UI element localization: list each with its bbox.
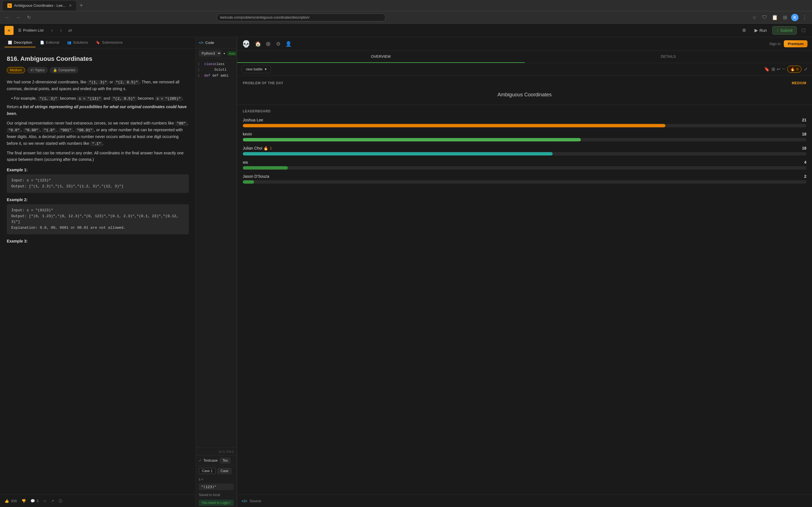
difficulty-badge[interactable]: Medium [7, 67, 25, 73]
app-header: ≈ ☰ Problem List ‹ › ⇄ ⚙ ▶ Run ↑ Submit … [0, 24, 812, 37]
tab-solutions[interactable]: 👥 Solutions [64, 38, 91, 47]
browser-tab[interactable]: ≈ Ambiguous Coordinates - Lee... × [3, 1, 76, 10]
run-button[interactable]: ▶ Run [752, 26, 770, 35]
info-icon: ⓘ [59, 499, 62, 504]
collapse-icon[interactable]: − [782, 66, 784, 72]
case-2-button[interactable]: Case [217, 468, 232, 474]
topics-badge[interactable]: 🏷 Topics [28, 67, 48, 73]
fullscreen-button[interactable]: ⤢ [804, 66, 808, 72]
right-panel-logo: 💀 [242, 40, 251, 48]
like-button[interactable]: 👍 308 [4, 499, 17, 503]
editor-status-bar: Ln 1, Col 1 [196, 447, 237, 455]
debug-button[interactable]: ⚙ [739, 26, 749, 35]
tab-favicon: ≈ [7, 3, 12, 8]
refresh-button[interactable]: ↻ [25, 13, 33, 21]
overview-tab[interactable]: OVERVIEW [237, 51, 525, 63]
leaderboard-entry-4: wa 4 [243, 160, 806, 170]
undo-panel-icon[interactable]: ↩ [777, 66, 780, 72]
new-battle-button[interactable]: new battle ▾ [242, 65, 271, 73]
fire-icon: 🔥 [790, 67, 795, 71]
login-prompt[interactable]: You need to Login / [199, 500, 234, 506]
tab-editorial-label: Editorial [46, 40, 59, 45]
code-tab-bar: </> Code [196, 37, 237, 48]
testcase-label: Testcase [203, 458, 218, 462]
details-tab[interactable]: DETAILS [525, 51, 812, 63]
new-tab-button[interactable]: + [80, 2, 83, 9]
split-panel-icon[interactable]: ⊞ [771, 66, 775, 72]
final-paragraph: The final answer list can be returned in… [7, 150, 189, 163]
language-selector[interactable]: Python3 [199, 50, 221, 57]
skull-icon: 💀 [242, 40, 250, 48]
ex2-input: Input: s = "(0123)" [11, 208, 185, 214]
profile-button[interactable]: 👤 [285, 40, 292, 48]
home-button[interactable]: 🏠 [254, 40, 262, 48]
example-2-title: Example 2: [7, 198, 189, 202]
prev-problem-button[interactable]: ‹ [48, 26, 56, 34]
extension-icon-1[interactable]: 🛡 [761, 13, 769, 21]
testcase-run-button[interactable]: Tes [220, 458, 231, 463]
shuffle-button[interactable]: ⇄ [66, 26, 74, 34]
testcase-panel: ✓ Testcase Tes Case 1 Case s = "(123)" S… [196, 455, 237, 507]
code-tab[interactable]: </> Code [199, 41, 214, 45]
settings-button[interactable]: ⚙ [274, 40, 282, 48]
bookmark-bottom-button[interactable]: ☆ [43, 499, 47, 503]
potd-problem-name[interactable]: Ambiguous Coordinates [243, 90, 806, 100]
case-1-button[interactable]: Case 1 [199, 468, 216, 474]
comments-button[interactable]: 💬 3 [31, 499, 39, 503]
companies-badge[interactable]: 🔒 Companies [50, 67, 79, 73]
login-prompt-text: You need to Login / [202, 501, 231, 505]
lb-bar-4 [243, 166, 288, 170]
browser-user-avatar[interactable]: K [791, 14, 799, 21]
panel-action-row: new battle ▾ 🔖 ⊞ ↩ − 🔥 0 ⤢ [237, 63, 812, 75]
code-tab-label: Code [205, 41, 214, 45]
problem-list-button[interactable]: ☰ Problem List [18, 28, 43, 33]
tab-close-button[interactable]: × [69, 3, 71, 8]
source-label[interactable]: Source [250, 499, 261, 503]
code-brackets-icon: </> [199, 41, 204, 45]
lb-header-4: wa 4 [243, 160, 806, 165]
next-problem-button[interactable]: › [57, 26, 65, 34]
share-button[interactable]: □ [800, 26, 808, 34]
run-test-label: Tes [222, 459, 228, 462]
bookmark-button[interactable]: ☆ [751, 13, 758, 21]
address-bar[interactable]: leetcode.com/problems/ambiguous-coordina… [216, 13, 386, 21]
problem-tabs: ⬜ Description 📄 Editorial 👥 Solutions 🔖 … [0, 37, 196, 48]
bookmark-panel-icon[interactable]: 🔖 [764, 66, 770, 72]
line-num-1: 1 [198, 61, 200, 67]
line-num-2: 2 [198, 67, 200, 73]
back-button[interactable]: ← [3, 13, 11, 21]
extension-icon-2[interactable]: 📋 [771, 13, 779, 21]
premium-button[interactable]: Premium [784, 40, 808, 47]
return-italic-text: a list of strings representing all possi… [7, 105, 187, 116]
run-label: Run [760, 28, 767, 33]
bullet-code-1: "(1, 3)" [38, 96, 59, 101]
header-actions: ⚙ ▶ Run ↑ Submit □ [739, 26, 808, 35]
add-button[interactable]: ⊕ [264, 40, 272, 48]
auto-badge: Auto [227, 51, 237, 56]
sign-in-button[interactable]: Sign in [769, 42, 781, 46]
info-bottom-button[interactable]: ⓘ [59, 499, 62, 504]
app-logo: ≈ [4, 26, 13, 35]
code-content[interactable]: class class Soluti def def ambi [201, 59, 237, 447]
saved-status: Saved to local [196, 491, 237, 499]
problem-title: 816. Ambiguous Coordinates [7, 55, 189, 62]
share-bottom-button[interactable]: ↗ [51, 499, 54, 503]
code-line-2-text: def def ambi [204, 73, 229, 78]
tab-description[interactable]: ⬜ Description [4, 38, 36, 47]
tab-editorial[interactable]: 📄 Editorial [37, 38, 63, 47]
c-code-7: ".1" [90, 142, 102, 146]
forward-button[interactable]: → [14, 13, 22, 21]
right-panel: 💀 🏠 ⊕ ⚙ 👤 Sign in Premium OVERVIEW DETAI… [237, 37, 812, 507]
constraint-paragraph: Our original representation never had ex… [7, 120, 189, 147]
split-view-button[interactable]: ⊞ [781, 13, 789, 21]
tab-submissions[interactable]: 🔖 Submissions [93, 38, 126, 47]
potd-header: PROBLEM OF THE DAY MEDIUM [243, 81, 806, 85]
editor-area[interactable]: 1 2 3 class class Soluti def def ambi [196, 59, 237, 447]
ex1-input: Input: s = "(123)" [11, 178, 185, 184]
dislike-button[interactable]: 👎 [21, 499, 26, 503]
testcase-tab[interactable]: ✓ Testcase [199, 458, 218, 462]
browser-toolbar: ☆ 🛡 📋 ⊞ K ⋮ [751, 13, 809, 21]
submit-button[interactable]: ↑ Submit [772, 26, 797, 35]
test-input-value[interactable]: "(123)" [199, 484, 234, 490]
browser-menu-button[interactable]: ⋮ [801, 13, 809, 21]
